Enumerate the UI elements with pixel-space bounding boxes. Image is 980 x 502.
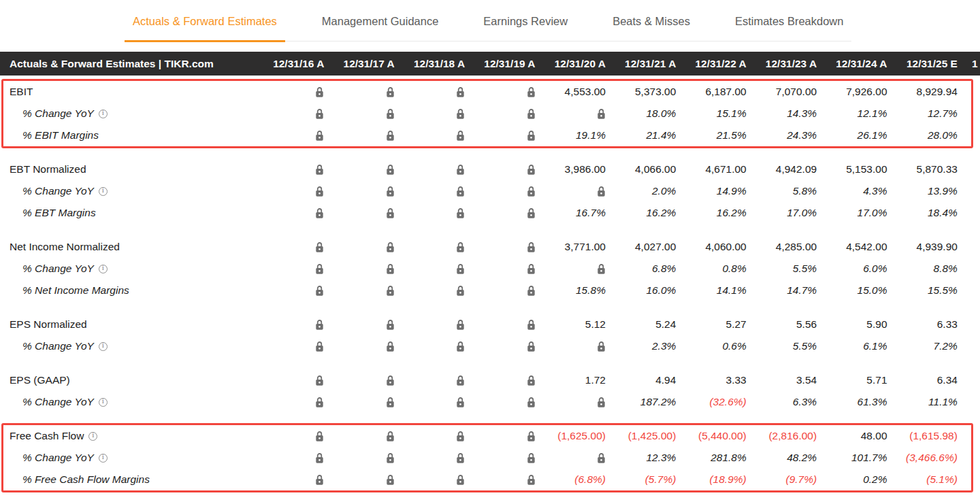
- info-icon[interactable]: i: [99, 110, 108, 118]
- lock-icon: [386, 86, 395, 98]
- value-cell: 12.3%: [606, 452, 676, 464]
- info-icon[interactable]: i: [99, 454, 108, 463]
- tab-earnings-review[interactable]: Earnings Review: [475, 10, 576, 42]
- locked-cell[interactable]: [465, 396, 535, 408]
- locked-cell[interactable]: [324, 207, 394, 219]
- value-cell: 5.5%: [747, 340, 817, 352]
- locked-cell[interactable]: [324, 452, 394, 464]
- locked-cell[interactable]: [254, 86, 324, 98]
- tab-strip: Actuals & Forward Estimates Management G…: [125, 10, 851, 41]
- locked-cell[interactable]: [395, 263, 465, 275]
- locked-cell[interactable]: [395, 241, 465, 253]
- locked-cell[interactable]: [254, 241, 324, 253]
- locked-cell[interactable]: [254, 374, 324, 386]
- locked-cell[interactable]: [465, 263, 535, 275]
- locked-cell[interactable]: [536, 452, 606, 464]
- locked-cell[interactable]: [395, 473, 465, 486]
- locked-cell[interactable]: [395, 374, 465, 386]
- locked-cell[interactable]: [536, 396, 606, 408]
- locked-cell[interactable]: [395, 284, 465, 297]
- locked-cell[interactable]: [395, 207, 465, 219]
- locked-cell[interactable]: [254, 129, 324, 141]
- info-icon[interactable]: i: [99, 187, 108, 196]
- locked-cell[interactable]: [395, 396, 465, 408]
- locked-cell[interactable]: [324, 473, 394, 486]
- locked-cell[interactable]: [395, 185, 465, 197]
- locked-cell[interactable]: [324, 107, 394, 120]
- value-cell: (6.8%): [536, 473, 606, 486]
- locked-cell[interactable]: [465, 129, 535, 141]
- locked-cell[interactable]: [324, 340, 394, 352]
- locked-cell[interactable]: [465, 473, 535, 486]
- locked-cell[interactable]: [254, 396, 324, 408]
- locked-cell[interactable]: [465, 374, 535, 386]
- locked-cell[interactable]: [465, 107, 535, 120]
- locked-cell[interactable]: [324, 86, 394, 98]
- locked-cell[interactable]: [395, 430, 465, 442]
- locked-cell[interactable]: [536, 185, 606, 197]
- info-icon[interactable]: i: [99, 398, 108, 407]
- locked-cell[interactable]: [324, 430, 394, 442]
- locked-cell[interactable]: [324, 185, 394, 197]
- locked-cell[interactable]: [254, 340, 324, 352]
- locked-cell[interactable]: [536, 107, 606, 120]
- locked-cell[interactable]: [254, 107, 324, 120]
- locked-cell[interactable]: [254, 452, 324, 464]
- locked-cell[interactable]: [395, 318, 465, 331]
- tab-management-guidance[interactable]: Management Guidance: [314, 10, 447, 42]
- locked-cell[interactable]: [395, 129, 465, 141]
- tab-beats-misses[interactable]: Beats & Misses: [604, 10, 698, 42]
- tab-actuals-forward-estimates[interactable]: Actuals & Forward Estimates: [125, 10, 285, 42]
- value-cell: 21.5%: [676, 129, 746, 141]
- locked-cell[interactable]: [324, 163, 394, 175]
- locked-cell[interactable]: [395, 452, 465, 464]
- value-cell: 14.1%: [676, 284, 746, 297]
- row-label: EPS Normalized: [10, 318, 87, 331]
- locked-cell[interactable]: [254, 284, 324, 297]
- locked-cell[interactable]: [536, 340, 606, 352]
- locked-cell[interactable]: [465, 284, 535, 297]
- locked-cell[interactable]: [465, 452, 535, 464]
- locked-cell[interactable]: [465, 185, 535, 197]
- locked-cell[interactable]: [324, 318, 394, 331]
- lock-icon-wrap: [456, 164, 465, 175]
- locked-cell[interactable]: [324, 374, 394, 386]
- value-cell: (1,615.98): [887, 430, 958, 442]
- lock-icon-wrap: [456, 186, 465, 197]
- locked-cell[interactable]: [324, 129, 394, 141]
- tab-estimates-breakdown[interactable]: Estimates Breakdown: [727, 10, 852, 42]
- locked-cell[interactable]: [395, 107, 465, 120]
- locked-cell[interactable]: [465, 207, 535, 219]
- locked-cell[interactable]: [465, 241, 535, 253]
- info-icon[interactable]: i: [88, 432, 97, 441]
- locked-cell[interactable]: [254, 430, 324, 442]
- locked-cell[interactable]: [324, 241, 394, 253]
- locked-cell[interactable]: [465, 430, 535, 442]
- locked-cell[interactable]: [465, 163, 535, 175]
- locked-cell[interactable]: [465, 340, 535, 352]
- row-label: EBIT: [10, 86, 33, 98]
- locked-cell[interactable]: [254, 207, 324, 219]
- locked-cell[interactable]: [324, 284, 394, 297]
- locked-cell[interactable]: [254, 318, 324, 331]
- metric-group: EBT Normalized3,986.004,066.004,671.004,…: [1, 156, 973, 226]
- lock-icon-wrap: [315, 397, 324, 408]
- locked-cell[interactable]: [254, 185, 324, 197]
- locked-cell[interactable]: [254, 263, 324, 275]
- info-icon[interactable]: i: [99, 342, 108, 351]
- locked-cell[interactable]: [395, 86, 465, 98]
- locked-cell[interactable]: [324, 263, 394, 275]
- info-icon[interactable]: i: [99, 265, 108, 273]
- locked-cell[interactable]: [465, 86, 535, 98]
- locked-cell[interactable]: [465, 318, 535, 331]
- locked-cell[interactable]: [254, 163, 324, 175]
- locked-cell[interactable]: [324, 396, 394, 408]
- lock-icon: [456, 431, 465, 442]
- lock-icon-wrap: [315, 285, 324, 297]
- locked-cell[interactable]: [536, 263, 606, 275]
- row-label-cell: EPS Normalized: [3, 318, 254, 331]
- locked-cell[interactable]: [254, 473, 324, 486]
- locked-cell[interactable]: [395, 163, 465, 175]
- lock-icon: [597, 263, 606, 275]
- locked-cell[interactable]: [395, 340, 465, 352]
